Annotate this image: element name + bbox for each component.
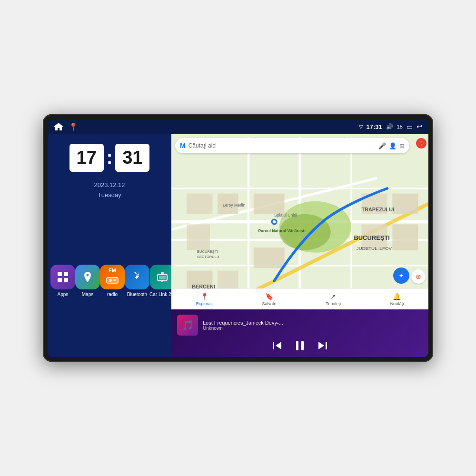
- clock-widget: 17 : 31 2023.12.12 Tuesday: [48, 134, 171, 205]
- svg-rect-24: [187, 194, 212, 214]
- map-shortcut-icon[interactable]: 📍: [69, 122, 78, 131]
- music-artist: Unknown: [203, 326, 423, 331]
- svg-text:BUCUREȘTI: BUCUREȘTI: [354, 234, 390, 241]
- svg-rect-1: [64, 272, 68, 276]
- app-icon-maps[interactable]: Maps: [75, 265, 100, 297]
- album-art: 🎵: [177, 315, 198, 336]
- apps-icon-bg: [50, 265, 75, 289]
- svg-rect-9: [159, 276, 166, 279]
- svg-point-46: [273, 220, 276, 223]
- svg-rect-3: [64, 278, 68, 282]
- share-label: Trimiteți: [326, 301, 341, 306]
- status-right: ▽ 17:31 🔊 18 ▭ ↩: [359, 122, 423, 131]
- share-icon: ↗: [330, 293, 336, 300]
- music-player: 🎵 Lost Frequencies_Janieck Devy-... Unkn…: [171, 309, 428, 357]
- svg-text:Parcul Natural Văcărești: Parcul Natural Văcărești: [258, 228, 306, 233]
- svg-rect-11: [161, 281, 163, 282]
- map-container[interactable]: TRAPEZULUI BUCUREȘTI JUDEȚUL ILFOV BERCE…: [171, 134, 428, 309]
- svg-marker-51: [318, 342, 324, 349]
- volume-level: 18: [397, 124, 403, 129]
- bluetooth-label: Bluetooth: [127, 292, 147, 297]
- svg-rect-28: [254, 248, 285, 268]
- date-display: 2023.12.12 Tuesday: [94, 180, 125, 200]
- svg-rect-0: [58, 272, 62, 276]
- radio-icon-bg: FM: [100, 265, 125, 289]
- app-icon-apps[interactable]: Apps: [50, 265, 75, 297]
- account-icon[interactable]: 👤: [389, 142, 397, 149]
- location-indicator: 📍: [416, 138, 426, 149]
- prev-button[interactable]: [272, 340, 282, 351]
- device-shell: 📍 ▽ 17:31 🔊 18 ▭ ↩: [43, 114, 433, 362]
- main-content: 17 : 31 2023.12.12 Tuesday: [48, 134, 428, 357]
- status-left: 📍: [53, 122, 78, 131]
- svg-rect-26: [187, 224, 210, 250]
- left-panel: 17 : 31 2023.12.12 Tuesday: [48, 134, 171, 357]
- music-controls: [177, 339, 423, 352]
- map-bottom-nav: 📍 Explorați 🔖 Salvate ↗ Trimiteți 🔔: [171, 288, 428, 309]
- signal-icon: ▽: [359, 124, 363, 130]
- svg-rect-7: [113, 280, 116, 281]
- navigation-button[interactable]: ✦: [393, 268, 409, 284]
- maps-icon-bg: [75, 265, 100, 289]
- svg-rect-4: [107, 278, 118, 283]
- google-maps-logo: M: [180, 142, 186, 149]
- svg-text:JUDEȚUL ILFOV: JUDEȚUL ILFOV: [357, 246, 392, 251]
- mic-icon[interactable]: 🎤: [378, 142, 386, 149]
- radio-label: radio: [107, 292, 118, 297]
- svg-rect-10: [161, 272, 164, 274]
- svg-point-5: [109, 279, 112, 282]
- svg-rect-50: [301, 341, 304, 350]
- map-search-placeholder: Căutați aici: [188, 142, 376, 149]
- map-search-bar[interactable]: M Căutați aici 🎤 👤 ⊞: [175, 138, 409, 153]
- svg-text:TRAPEZULUI: TRAPEZULUI: [362, 207, 394, 212]
- explore-label: Explorați: [196, 301, 213, 306]
- saved-icon: 🔖: [265, 293, 273, 300]
- svg-text:Splaiul Unirii: Splaiul Unirii: [274, 213, 297, 218]
- svg-rect-32: [392, 224, 418, 250]
- music-title: Lost Frequencies_Janieck Devy-...: [203, 320, 423, 326]
- news-label: Noutăți: [390, 301, 404, 306]
- home-button[interactable]: [53, 122, 64, 131]
- status-bar: 📍 ▽ 17:31 🔊 18 ▭ ↩: [48, 119, 428, 134]
- date-text: 2023.12.12: [94, 180, 125, 190]
- svg-rect-49: [296, 341, 298, 350]
- svg-rect-30: [392, 194, 418, 214]
- back-button[interactable]: ↩: [416, 122, 423, 131]
- play-pause-button[interactable]: [294, 339, 306, 352]
- svg-marker-47: [276, 342, 281, 349]
- map-nav-saved[interactable]: 🔖 Salvate: [262, 293, 277, 306]
- saved-label: Salvate: [262, 301, 277, 306]
- app-icon-bluetooth[interactable]: Bluetooth: [125, 265, 149, 297]
- clock-hour: 17: [69, 144, 104, 172]
- next-button[interactable]: [317, 340, 328, 351]
- maps-label: Maps: [82, 292, 93, 297]
- map-nav-share[interactable]: ↗ Trimiteți: [326, 293, 341, 306]
- apps-label: Apps: [58, 292, 69, 297]
- layers-icon[interactable]: ⊞: [399, 142, 405, 149]
- battery-icon: ▭: [407, 123, 413, 130]
- music-info-row: 🎵 Lost Frequencies_Janieck Devy-... Unkn…: [177, 315, 423, 336]
- svg-text:BUCUREȘTI: BUCUREȘTI: [197, 249, 218, 254]
- day-text: Tuesday: [94, 190, 125, 200]
- clock-display: 17 : 31: [69, 144, 150, 172]
- app-icon-radio[interactable]: FM radio: [100, 265, 125, 297]
- apps-row: Apps Maps FM: [48, 205, 171, 357]
- svg-rect-48: [273, 342, 274, 349]
- right-panel: TRAPEZULUI BUCUREȘTI JUDEȚUL ILFOV BERCE…: [171, 134, 428, 357]
- clock-minute: 31: [115, 144, 149, 172]
- clock-colon: :: [107, 148, 113, 168]
- svg-text:SECTORUL 4: SECTORUL 4: [197, 255, 219, 259]
- explore-icon: 📍: [200, 293, 208, 300]
- compass-button[interactable]: ⊕: [411, 269, 426, 284]
- volume-icon: 🔊: [386, 123, 393, 130]
- map-nav-explore[interactable]: 📍 Explorați: [196, 293, 213, 306]
- bluetooth-icon-bg: [125, 265, 149, 289]
- news-icon: 🔔: [393, 293, 401, 300]
- time-display: 17:31: [367, 123, 382, 130]
- map-nav-news[interactable]: 🔔 Noutăți: [390, 293, 404, 306]
- device-screen: 📍 ▽ 17:31 🔊 18 ▭ ↩: [48, 119, 428, 357]
- svg-text:Leroy Merlin: Leroy Merlin: [223, 203, 246, 208]
- svg-rect-2: [58, 278, 62, 282]
- svg-rect-52: [326, 342, 327, 349]
- svg-rect-6: [113, 279, 117, 280]
